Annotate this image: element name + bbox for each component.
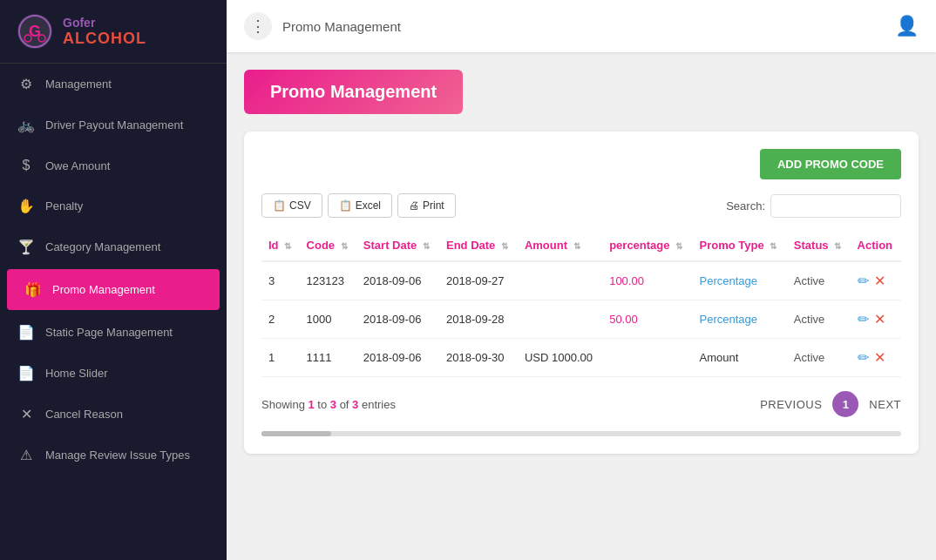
table-row: 1 1111 2018-09-06 2018-09-30 USD 1000.00…	[261, 339, 901, 377]
search-label: Search:	[726, 199, 765, 213]
search-box: Search:	[726, 194, 901, 218]
user-icon[interactable]: 👤	[895, 15, 919, 37]
cell-promo-type: Amount	[693, 339, 787, 377]
dots-icon: ⋮	[250, 17, 266, 36]
scrollbar-thumb[interactable]	[261, 431, 331, 436]
add-promo-code-button[interactable]: ADD PROMO CODE	[760, 149, 901, 179]
manage-review-icon: ⚠	[17, 447, 35, 463]
sidebar-item-label: Owe Amount	[45, 159, 110, 172]
cell-end-date: 2018-09-28	[439, 300, 518, 339]
col-percentage: percentage ⇅	[602, 230, 692, 261]
cell-end-date: 2018-09-27	[439, 261, 518, 300]
search-input[interactable]	[770, 194, 901, 218]
sidebar: G Gofer ALCOHOL ⚙ Management 🚲 Driver Pa…	[0, 0, 227, 560]
logo-alcohol-label: ALCOHOL	[63, 30, 146, 48]
driver-payout-icon: 🚲	[17, 117, 35, 133]
sidebar-item-label: Penalty	[45, 199, 83, 213]
col-code: Code ⇅	[300, 230, 356, 261]
sidebar-item-manage-review[interactable]: ⚠ Manage Review Issue Types	[0, 435, 227, 476]
edit-button[interactable]: ✏	[858, 311, 869, 327]
next-button[interactable]: NEXT	[869, 398, 901, 411]
sidebar-item-label: Manage Review Issue Types	[45, 449, 190, 462]
topbar-title: Promo Management	[282, 19, 885, 34]
cell-code: 1000	[300, 300, 356, 339]
content-area: Promo Management ADD PROMO CODE 📋 CSV 📋 …	[227, 52, 936, 560]
sidebar-item-promo[interactable]: 🎁 Promo Management	[7, 269, 220, 310]
cell-percentage: 100.00	[602, 261, 692, 300]
edit-button[interactable]: ✏	[858, 273, 869, 289]
cell-end-date: 2018-09-30	[439, 339, 518, 377]
col-id: Id ⇅	[261, 230, 300, 261]
cell-code: 123123	[300, 261, 356, 300]
menu-button[interactable]: ⋮	[244, 12, 272, 40]
col-action: Action	[851, 230, 901, 261]
csv-icon: 📋	[273, 199, 286, 212]
current-page[interactable]: 1	[832, 391, 858, 417]
excel-label: Excel	[356, 199, 381, 212]
sidebar-item-label: Category Management	[45, 240, 160, 253]
cell-id: 2	[261, 300, 300, 339]
cell-code: 1111	[300, 339, 356, 377]
page-header-badge: Promo Management	[244, 70, 463, 114]
sidebar-item-owe-amount[interactable]: $ Owe Amount	[0, 145, 227, 186]
excel-export-button[interactable]: 📋 Excel	[328, 193, 392, 218]
topbar: ⋮ Promo Management 👤	[227, 0, 936, 52]
sidebar-item-penalty[interactable]: ✋ Penalty	[0, 186, 227, 226]
cell-promo-type: Percentage	[693, 300, 787, 339]
management-icon: ⚙	[17, 76, 35, 92]
delete-button[interactable]: ✕	[874, 349, 885, 366]
logo-icon: G	[14, 10, 56, 52]
cell-action: ✏ ✕	[851, 339, 901, 377]
cell-id: 1	[261, 339, 300, 377]
delete-button[interactable]: ✕	[874, 273, 885, 289]
delete-button[interactable]: ✕	[874, 311, 885, 327]
sidebar-item-label: Driver Payout Management	[45, 118, 183, 132]
csv-export-button[interactable]: 📋 CSV	[261, 193, 322, 218]
sidebar-item-label: Promo Management	[52, 283, 155, 296]
sidebar-item-driver-payout[interactable]: 🚲 Driver Payout Management	[0, 105, 227, 145]
cell-start-date: 2018-09-06	[356, 300, 439, 339]
cell-start-date: 2018-09-06	[356, 339, 439, 377]
edit-button[interactable]: ✏	[858, 349, 869, 366]
sidebar-item-home-slider[interactable]: 📄 Home Slider	[0, 353, 227, 394]
table-row: 3 123123 2018-09-06 2018-09-27 100.00 Pe…	[261, 261, 901, 300]
logo: G Gofer ALCOHOL	[0, 0, 227, 64]
excel-icon: 📋	[339, 199, 352, 212]
sidebar-item-category[interactable]: 🍸 Category Management	[0, 226, 227, 267]
promo-card: ADD PROMO CODE 📋 CSV 📋 Excel 🖨 Print	[244, 132, 919, 454]
print-icon: 🖨	[409, 199, 419, 212]
col-start-date: Start Date ⇅	[356, 230, 439, 261]
col-amount: Amount ⇅	[518, 230, 602, 261]
sidebar-item-label: Home Slider	[45, 367, 108, 380]
showing-text: Showing 1 to 3 of 3 entries	[261, 398, 396, 411]
cell-id: 3	[261, 261, 300, 300]
cell-status: Active	[787, 339, 851, 377]
cell-amount: USD 1000.00	[518, 339, 602, 377]
print-button[interactable]: 🖨 Print	[397, 193, 456, 218]
sidebar-item-cancel-reason[interactable]: ✕ Cancel Reason	[0, 394, 227, 435]
cancel-reason-icon: ✕	[17, 406, 35, 422]
cell-promo-type: Percentage	[693, 261, 787, 300]
sidebar-item-static-page[interactable]: 📄 Static Page Management	[0, 312, 227, 353]
table-row: 2 1000 2018-09-06 2018-09-28 50.00 Perce…	[261, 300, 901, 339]
action-buttons: ✏ ✕	[858, 311, 894, 327]
col-promo-type: Promo Type ⇅	[693, 230, 787, 261]
sidebar-item-label: Management	[45, 78, 112, 91]
cell-action: ✏ ✕	[851, 300, 901, 339]
cell-status: Active	[787, 261, 851, 300]
static-page-icon: 📄	[17, 324, 35, 341]
sidebar-item-label: Cancel Reason	[45, 408, 123, 421]
cell-percentage	[602, 339, 692, 377]
penalty-icon: ✋	[17, 198, 35, 214]
export-search-bar: 📋 CSV 📋 Excel 🖨 Print Search:	[261, 193, 901, 218]
promo-table: Id ⇅ Code ⇅ Start Date ⇅ End Date ⇅ Amou…	[261, 230, 901, 377]
owe-amount-icon: $	[17, 158, 35, 173]
horizontal-scrollbar[interactable]	[261, 431, 901, 436]
category-icon: 🍸	[17, 239, 35, 255]
action-buttons: ✏ ✕	[858, 349, 894, 366]
export-buttons-group: 📋 CSV 📋 Excel 🖨 Print	[261, 193, 456, 218]
previous-button[interactable]: PREVIOUS	[760, 398, 822, 411]
main-area: ⋮ Promo Management 👤 Promo Management AD…	[227, 0, 936, 560]
sidebar-item-management[interactable]: ⚙ Management	[0, 64, 227, 105]
cell-amount	[518, 300, 602, 339]
